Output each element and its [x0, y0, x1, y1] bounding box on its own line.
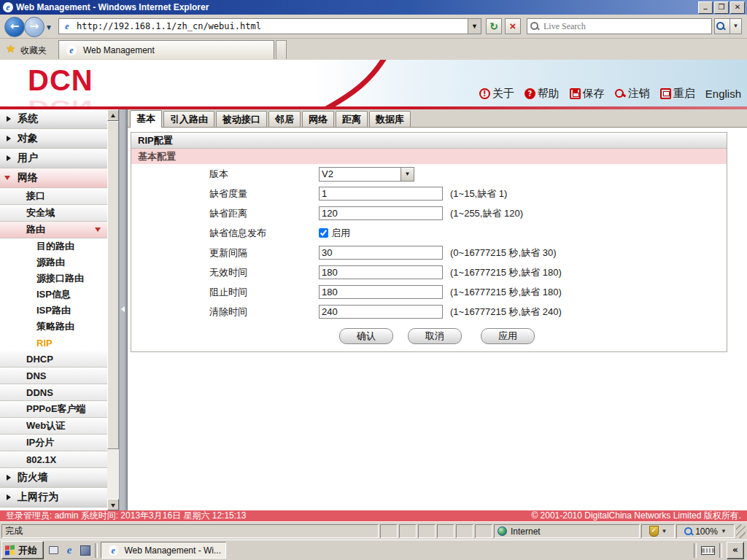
sidebar-item-network[interactable]: 网络 — [0, 168, 107, 188]
sidebar-item-isp-info[interactable]: ISP信息 — [0, 287, 107, 303]
phishing-filter-segment[interactable] — [641, 524, 675, 538]
address-bar[interactable]: e — [58, 18, 481, 34]
window-title: Web Management - Windows Internet Explor… — [16, 2, 209, 12]
invalid-time-input[interactable] — [319, 265, 443, 279]
sidebar-item-web-behavior[interactable]: 上网行为 — [0, 488, 107, 508]
default-metric-input[interactable] — [319, 187, 443, 201]
minimize-button[interactable] — [698, 1, 713, 14]
restart-link[interactable]: 重启 — [660, 87, 695, 101]
sidebar-item-dhcp[interactable]: DHCP — [0, 351, 107, 368]
search-dropdown-icon[interactable] — [730, 18, 742, 34]
sidebar-item-objects[interactable]: 对象 — [0, 129, 107, 149]
sidebar-item-label: PPPoE客户端 — [26, 402, 86, 416]
show-desktop-icon[interactable] — [47, 544, 60, 557]
flush-time-input[interactable] — [319, 305, 443, 319]
sidebar-item-rip[interactable]: RIP — [0, 335, 107, 351]
address-input[interactable] — [75, 20, 468, 32]
scrollbar-thumb[interactable] — [107, 121, 119, 449]
stop-button[interactable] — [505, 18, 521, 34]
internet-zone-icon — [498, 526, 507, 536]
sidebar-item-ip-fragment[interactable]: IP分片 — [0, 435, 107, 451]
sidebar-item-interface[interactable]: 接口 — [0, 188, 107, 205]
chevron-down-icon — [4, 176, 10, 180]
start-button[interactable]: 开始 — [1, 541, 44, 559]
scroll-up-icon[interactable] — [107, 109, 119, 121]
address-dropdown-icon[interactable] — [468, 19, 481, 34]
search-go-button[interactable] — [714, 18, 730, 34]
save-link[interactable]: 保存 — [570, 87, 605, 101]
field-label: 清除时间 — [209, 306, 319, 319]
update-interval-input[interactable] — [319, 246, 443, 260]
tab-passive-interface[interactable]: 被动接口 — [216, 111, 267, 127]
tab-basic[interactable]: 基本 — [130, 110, 162, 128]
search-box[interactable] — [527, 18, 712, 34]
panel-section-header: 基本配置 — [131, 149, 727, 164]
version-select[interactable]: V2 — [319, 167, 414, 182]
tab-database[interactable]: 数据库 — [369, 111, 411, 127]
about-label: 关于 — [492, 87, 514, 101]
internet-explorer-quicklaunch-icon[interactable]: e — [63, 544, 76, 557]
sidebar-item-routing[interactable]: 路由 — [0, 222, 107, 238]
new-tab-stub[interactable] — [276, 40, 287, 59]
sidebar-item-8021x[interactable]: 802.1X — [0, 451, 107, 468]
tab-redistribute[interactable]: 引入路由 — [163, 111, 214, 127]
sidebar-item-system[interactable]: 系统 — [0, 109, 107, 129]
sidebar-item-firewall[interactable]: 防火墙 — [0, 468, 107, 488]
back-button[interactable] — [4, 17, 25, 37]
forward-button[interactable] — [24, 17, 44, 37]
restore-button[interactable] — [714, 1, 729, 14]
cancel-button[interactable]: 取消 — [408, 328, 462, 344]
sidebar-item-label: 用户 — [18, 152, 38, 165]
status-segment — [380, 524, 398, 538]
sidebar-item-web-auth[interactable]: Web认证 — [0, 418, 107, 435]
sidebar-item-isp-route[interactable]: ISP路由 — [0, 303, 107, 319]
sidebar-item-policy-route[interactable]: 策略路由 — [0, 319, 107, 335]
task-button[interactable]: e Web Management - Wi... — [101, 542, 226, 559]
confirm-button[interactable]: 确认 — [339, 328, 393, 344]
sidebar-item-label: 对象 — [18, 132, 38, 145]
zoom-segment[interactable]: 100% — [676, 524, 735, 538]
apply-button[interactable]: 应用 — [481, 328, 535, 344]
sidebar-item-label: IP分片 — [26, 436, 54, 449]
tab-network[interactable]: 网络 — [302, 111, 334, 127]
resize-grip[interactable] — [736, 524, 746, 538]
sidebar-item-users[interactable]: 用户 — [0, 149, 107, 168]
search-input[interactable] — [542, 20, 711, 33]
scroll-down-icon[interactable] — [107, 499, 119, 510]
sidebar-item-ddns[interactable]: DDNS — [0, 384, 107, 401]
help-link[interactable]: 帮助 — [525, 87, 560, 101]
favorites-star-icon[interactable] — [6, 42, 15, 55]
sidebar-item-dest-route[interactable]: 目的路由 — [0, 238, 107, 254]
sidebar-item-pppoe-client[interactable]: PPPoE客户端 — [0, 401, 107, 418]
sidebar-item-label: 源路由 — [36, 256, 65, 269]
header-links: 关于 帮助 保存 注销 重启 English — [479, 87, 741, 101]
language-link[interactable]: English — [705, 88, 741, 100]
tab-neighbor[interactable]: 邻居 — [268, 111, 301, 127]
sidebar-splitter[interactable] — [119, 109, 128, 510]
form-row-version: 版本 V2 — [131, 164, 727, 184]
sidebar-scrollbar[interactable] — [107, 109, 119, 510]
sidebar-item-dns[interactable]: DNS — [0, 368, 107, 384]
sidebar-item-label: DHCP — [26, 354, 53, 365]
favorites-label[interactable]: 收藏夹 — [20, 44, 47, 57]
refresh-button[interactable] — [486, 18, 502, 34]
default-info-enable-checkbox[interactable] — [319, 228, 328, 238]
history-dropdown-icon[interactable] — [45, 23, 53, 31]
tab-distance[interactable]: 距离 — [336, 111, 368, 127]
sidebar-item-source-if-route[interactable]: 源接口路由 — [0, 271, 107, 287]
chevron-down-icon — [721, 528, 727, 534]
chevron-down-icon — [662, 528, 667, 534]
app-quicklaunch-icon[interactable] — [79, 544, 92, 557]
collapse-tray-button[interactable] — [727, 542, 744, 559]
sidebar-item-security-zone[interactable]: 安全域 — [0, 205, 107, 222]
close-button[interactable] — [730, 1, 745, 14]
logout-link[interactable]: 注销 — [615, 87, 650, 101]
about-link[interactable]: 关于 — [479, 87, 514, 101]
browser-tab[interactable]: e Web Management — [58, 40, 274, 59]
sidebar-item-source-route[interactable]: 源路由 — [0, 254, 107, 271]
holddown-time-input[interactable] — [319, 285, 443, 299]
input-method-keyboard-icon[interactable] — [701, 546, 715, 555]
taskbar: 开始 e e Web Management - Wi... — [0, 540, 747, 560]
content-area: 基本 引入路由 被动接口 邻居 网络 距离 数据库 RIP配置 基本配置 版本 … — [128, 109, 747, 510]
default-distance-input[interactable] — [319, 206, 443, 220]
